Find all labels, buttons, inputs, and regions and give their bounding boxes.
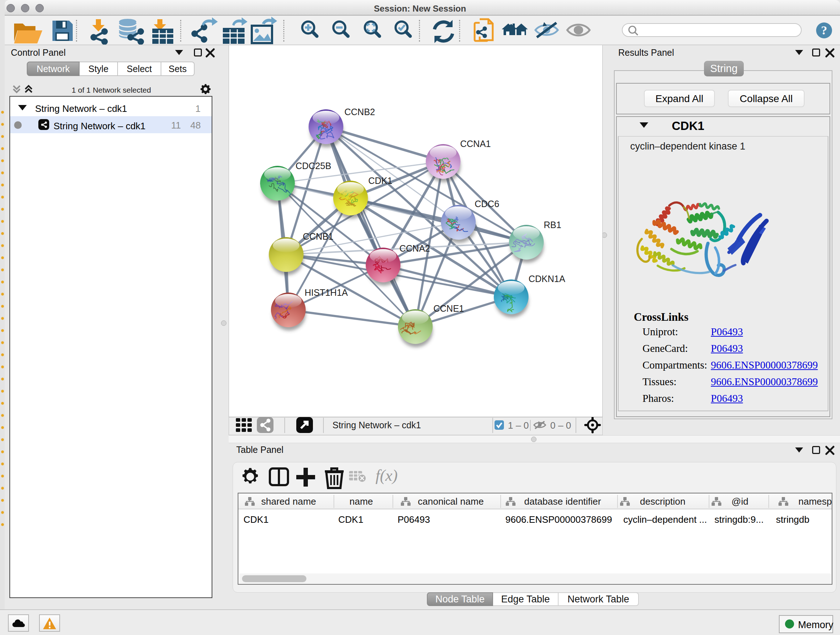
svg-text:CCNA2: CCNA2 (399, 243, 430, 253)
svg-text:CCNB1: CCNB1 (303, 231, 333, 241)
svg-text:canonical name: canonical name (418, 496, 484, 507)
svg-text:CDC6: CDC6 (475, 199, 499, 209)
svg-text:description: description (640, 496, 685, 507)
svg-text:CDC25B: CDC25B (295, 161, 332, 171)
svg-text:CDK1: CDK1 (368, 176, 393, 186)
svg-text:f(x): f(x) (376, 467, 398, 485)
svg-text:RB1: RB1 (544, 220, 561, 230)
svg-text:name: name (349, 496, 373, 507)
svg-text:?: ? (821, 24, 827, 37)
svg-text:CDKN1A: CDKN1A (529, 274, 565, 284)
svg-text:0 – 0: 0 – 0 (550, 420, 571, 431)
svg-text:CCNE1: CCNE1 (433, 303, 464, 314)
svg-text:@id: @id (731, 496, 748, 507)
svg-text:namespace: namespace (798, 496, 832, 507)
svg-text:shared name: shared name (261, 496, 316, 507)
svg-text:1 – 0: 1 – 0 (508, 420, 529, 431)
svg-text:CCNB2: CCNB2 (344, 107, 375, 117)
svg-text:database identifier: database identifier (524, 496, 601, 507)
svg-text:CCNA1: CCNA1 (460, 139, 491, 149)
svg-text:String Network – cdk1: String Network – cdk1 (332, 420, 421, 430)
svg-text:HIST1H1A: HIST1H1A (305, 287, 348, 298)
